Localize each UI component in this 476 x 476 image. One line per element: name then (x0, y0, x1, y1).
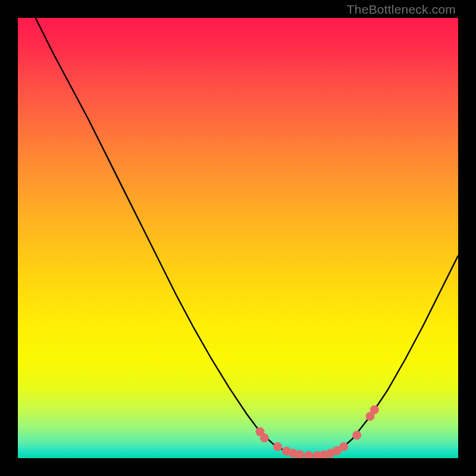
curve-line-group (36, 18, 458, 456)
marker-dot (352, 431, 361, 440)
bottleneck-curve (36, 18, 458, 456)
marker-dot (273, 442, 282, 451)
plot-area (18, 18, 458, 458)
watermark-text: TheBottleneck.com (347, 2, 456, 17)
marker-dot (339, 442, 348, 451)
marker-dot (260, 433, 269, 442)
marker-dots-group (256, 405, 379, 458)
marker-dot (370, 405, 379, 414)
chart-frame: TheBottleneck.com (0, 0, 476, 476)
marker-dot (304, 451, 313, 458)
chart-svg (18, 18, 458, 458)
